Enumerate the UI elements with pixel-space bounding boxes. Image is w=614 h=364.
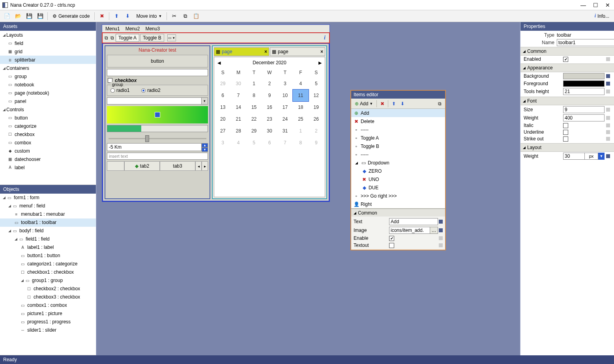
prop-foreground-swatch[interactable]	[563, 80, 605, 87]
assets-cat-controls[interactable]: Controls	[6, 107, 24, 112]
cal-day[interactable]: 6	[262, 137, 277, 149]
save-all-icon[interactable]: 💾	[36, 11, 45, 21]
asset-label[interactable]: label	[15, 165, 24, 170]
prop-weight-input[interactable]	[563, 114, 605, 121]
asset-notebook[interactable]: notebook	[15, 82, 34, 88]
asset-grid[interactable]: grid	[15, 49, 22, 54]
prop-enabled-checkbox[interactable]: ✔	[563, 57, 568, 62]
prop-marker[interactable]	[606, 130, 610, 134]
obj-toolbar1[interactable]: toolbar1 : toolbar	[21, 220, 56, 225]
items-add-button[interactable]: ⊕Add▼	[353, 100, 375, 108]
tab-tab3[interactable]: tab3	[160, 161, 195, 171]
prop-italic-checkbox[interactable]	[563, 123, 568, 128]
prop-marker[interactable]	[606, 123, 610, 127]
move-down-icon[interactable]: ⬇	[123, 11, 132, 21]
items-list[interactable]: ⊕Add ✖Delete ▫----- ▫Toggle A ▫Toggle B …	[351, 109, 445, 209]
asset-button[interactable]: button	[15, 115, 28, 121]
toolbar-item-del-icon[interactable]: ⧉	[110, 34, 115, 41]
obj-checkbox3[interactable]: checkbox3 : checkbox	[34, 294, 80, 300]
tab-tab2[interactable]: ◆tab2	[124, 161, 160, 171]
toolbar-toggle-b[interactable]: Toggle B	[140, 34, 164, 42]
tab-blank[interactable]	[107, 161, 124, 171]
cal-day[interactable]: 29	[215, 78, 230, 90]
maximize-button[interactable]: ☐	[593, 2, 598, 8]
design-window[interactable]: Menu1 Menu2 Menu3 ⧉ ⧉ Toggle A Toggle B …	[102, 24, 330, 202]
save-icon[interactable]: 💾	[24, 11, 34, 21]
design-menubar[interactable]: Menu1 Menu2 Menu3	[102, 25, 329, 33]
obj-bodyf[interactable]: bodyf : field	[19, 228, 43, 233]
cal-day[interactable]: 3	[215, 137, 230, 149]
item-row[interactable]: ▫-----	[351, 150, 445, 159]
copy-icon[interactable]: ⧉	[180, 11, 190, 21]
assets-cat-containers[interactable]: Containers	[6, 65, 29, 71]
browse-button[interactable]: …	[430, 227, 438, 234]
cal-day[interactable]: 8	[246, 90, 262, 101]
asset-combox[interactable]: combox	[15, 140, 31, 146]
prop-lweight-unit[interactable]: px	[585, 153, 598, 160]
obj-group1[interactable]: group1 : group	[32, 278, 63, 283]
obj-button1[interactable]: button1 : button	[27, 253, 60, 258]
asset-custom[interactable]: custom	[15, 148, 30, 154]
asset-group[interactable]: group	[15, 74, 27, 79]
asset-splitterbar[interactable]: splitterbar	[15, 57, 36, 63]
obj-combox1[interactable]: combox1 : combox	[27, 302, 67, 308]
obj-categorize1[interactable]: categorize1 : categorize	[27, 261, 77, 267]
obj-form1[interactable]: form1 : form	[14, 195, 39, 200]
obj-picture1[interactable]: picture1 : picture	[27, 311, 62, 316]
items-editor-title[interactable]: Items editor	[351, 91, 445, 99]
prop-marker[interactable]	[606, 108, 610, 112]
cal-day[interactable]: 8	[293, 137, 308, 149]
toolbar-dropdown[interactable]: ▭ ▾	[167, 34, 176, 41]
prop-marker[interactable]	[606, 137, 610, 141]
cal-day[interactable]: 11	[293, 90, 308, 101]
design-canvas[interactable]: Menu1 Menu2 Menu3 ⧉ ⧉ Toggle A Toggle B …	[96, 22, 520, 355]
generate-code-button[interactable]: ⚙ Generate code	[50, 11, 92, 21]
cal-day[interactable]: 1	[293, 125, 308, 137]
item-row[interactable]: 👤Right	[351, 200, 445, 208]
prop-strikeout-checkbox[interactable]	[563, 136, 568, 142]
asset-datechooser[interactable]: datechooser	[15, 157, 41, 162]
design-radio1[interactable]: radio1	[110, 88, 129, 93]
prop-lweight-input[interactable]	[563, 153, 585, 160]
cal-day[interactable]: 19	[309, 101, 324, 113]
toolbar-toggle-a[interactable]: Toggle A	[116, 34, 139, 42]
prop-name-input[interactable]	[557, 39, 614, 46]
cal-day[interactable]: 16	[262, 101, 277, 113]
cal-day[interactable]: 5	[309, 78, 324, 90]
item-row[interactable]: ✖UNO	[351, 175, 445, 183]
design-textbox[interactable]: insert text	[107, 153, 208, 160]
design-categorize[interactable]	[107, 69, 208, 76]
design-slider[interactable]	[107, 135, 208, 142]
prop-marker[interactable]	[439, 220, 443, 224]
delete-icon[interactable]: ✖	[97, 11, 107, 21]
cal-day[interactable]: 15	[246, 101, 262, 113]
design-combox[interactable]: ▾	[107, 97, 208, 105]
slider-thumb[interactable]	[145, 135, 149, 142]
prop-marker[interactable]	[606, 116, 610, 120]
cal-day[interactable]: 28	[230, 125, 246, 137]
prop-image-input[interactable]	[389, 227, 430, 234]
item-row[interactable]: ◆ZERO	[351, 167, 445, 175]
close-icon[interactable]: ×	[320, 49, 323, 54]
cal-day[interactable]: 5	[246, 137, 262, 149]
cal-day[interactable]: 30	[262, 125, 277, 137]
prop-text-input[interactable]	[389, 218, 438, 225]
cal-day[interactable]: 24	[277, 113, 293, 125]
item-row[interactable]: ◆DUE	[351, 183, 445, 192]
section-common[interactable]: ◢Common	[520, 47, 614, 56]
design-button[interactable]: button	[107, 55, 208, 67]
new-icon[interactable]: 📄	[2, 11, 12, 21]
item-row[interactable]: ▫Toggle B	[351, 142, 445, 150]
prop-marker[interactable]	[606, 90, 610, 93]
prop-toolsheight-input[interactable]	[563, 88, 605, 95]
prop-marker[interactable]	[439, 228, 443, 232]
item-row[interactable]: ◢▭Dropdown	[351, 159, 445, 167]
cal-next-icon[interactable]: ▶	[318, 60, 322, 65]
design-radio2[interactable]: radio2	[141, 88, 160, 93]
prop-marker[interactable]	[606, 57, 610, 61]
cal-day[interactable]: 9	[262, 90, 277, 101]
asset-page[interactable]: page (notebook)	[15, 90, 49, 96]
cal-day[interactable]: 26	[309, 113, 324, 125]
assets-tree[interactable]: ◢Layouts ▭field ▦grid ⫼splitterbar ◢Cont…	[0, 31, 96, 185]
close-button[interactable]: ✕	[605, 2, 610, 8]
